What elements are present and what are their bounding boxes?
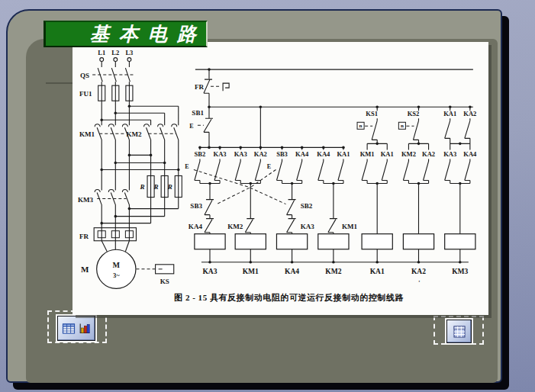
thermal-contact-glyph xyxy=(223,83,229,91)
coil-label-ka2: KA2 xyxy=(411,268,426,275)
label-l3: L3 xyxy=(125,49,133,56)
pushbutton-symbol-sb2: E xyxy=(185,163,189,170)
label-sb2-nc: SB2 xyxy=(301,202,313,210)
coil-label-km3: KM3 xyxy=(452,268,468,275)
coil-label-km1: KM1 xyxy=(243,268,259,275)
label-row-ka2: KA2 xyxy=(254,150,267,158)
label-km2: KM2 xyxy=(126,130,142,138)
label-row-km2: KM2 xyxy=(401,150,416,158)
coil-label-km2: KM2 xyxy=(325,268,341,275)
figure-caption: 图 2 - 15 具有反接制动电阻的可逆运行反接制动的控制线路 xyxy=(174,293,404,303)
label-km1-nc: KM1 xyxy=(342,223,358,230)
coil-label-ka1: KA1 xyxy=(370,268,385,275)
label-km2-nc: KM2 xyxy=(227,223,243,230)
label-ka1-top: KA1 xyxy=(443,110,456,117)
bar-chart-icon xyxy=(78,322,92,336)
label-row-ka2b: KA2 xyxy=(422,150,435,158)
circuit-diagram: L1 L2 L3 QS FU1 KM1 KM2 KM3 R R R FR M M… xyxy=(73,42,488,315)
label-r2: R xyxy=(153,183,159,191)
control-wires xyxy=(195,69,473,262)
label-row-ka4a: KA4 xyxy=(295,150,309,158)
power-linkage-dashes xyxy=(92,75,176,269)
label-sb1: SB1 xyxy=(192,109,204,117)
label-motor-m: M xyxy=(113,261,121,269)
coil-label-ka4: KA4 xyxy=(285,268,299,275)
label-l2: L2 xyxy=(111,49,119,56)
label-row-ka1a: KA1 xyxy=(337,150,350,158)
label-fu1: FU1 xyxy=(79,90,92,98)
label-row-km1: KM1 xyxy=(360,150,375,158)
page-title: 基本电路 xyxy=(46,22,206,46)
label-row-sb3: SB3 xyxy=(276,150,288,158)
speed-symbol-ks1: n xyxy=(359,123,363,129)
label-fr-contact: FR xyxy=(195,83,205,91)
label-ks2: KS2 xyxy=(408,110,420,117)
label-l1: L1 xyxy=(98,49,105,56)
insert-table-chart-button[interactable] xyxy=(57,316,95,341)
label-fr-power: FR xyxy=(79,233,89,240)
power-circuit: L1 L2 L3 QS FU1 KM1 KM2 KM3 R R R FR M M… xyxy=(78,49,182,288)
speed-symbol-ks2: n xyxy=(401,123,404,129)
label-r1: R xyxy=(139,183,144,191)
label-sb3-nc: SB3 xyxy=(190,202,202,210)
title-banner: 基本电路 xyxy=(44,21,208,47)
label-ks1: KS1 xyxy=(366,110,378,117)
table-icon xyxy=(62,322,76,336)
label-row-sb2: SB2 xyxy=(195,150,206,158)
diagram-panel: L1 L2 L3 QS FU1 KM1 KM2 KM3 R R R FR M M… xyxy=(73,42,488,315)
stray-mark: , xyxy=(419,277,421,283)
label-motor-3ph: 3~ xyxy=(113,272,120,279)
speed-relay-box xyxy=(156,265,174,274)
label-row-ka4c: KA4 xyxy=(463,150,477,158)
insert-table-button[interactable] xyxy=(446,320,472,343)
page-background: 基本电路 xyxy=(0,0,535,392)
power-wires xyxy=(97,62,179,252)
label-row-ka3c: KA3 xyxy=(443,150,456,158)
speed-symbol-boxes xyxy=(357,122,405,129)
label-km1: KM1 xyxy=(79,130,95,138)
label-ka3-nc: KA3 xyxy=(301,223,315,230)
label-ks: KS xyxy=(160,278,169,285)
pushbutton-symbol-sb1: E xyxy=(189,123,193,130)
label-km3: KM3 xyxy=(78,196,94,204)
coil-label-ka3: KA3 xyxy=(202,268,217,275)
control-circuit: FR SB1 E E E SB2 KA3 KA3 KA2 SB3 KA4 KA4… xyxy=(185,68,477,283)
phase-terminals xyxy=(100,58,131,62)
label-r3: R xyxy=(167,183,172,191)
label-ka4-nc: KA4 xyxy=(189,223,203,230)
label-ka2-top: KA2 xyxy=(463,110,476,117)
label-qs: QS xyxy=(80,72,89,79)
label-row-ka1b: KA1 xyxy=(381,150,394,158)
table-icon xyxy=(453,325,466,339)
label-row-ka3a: KA3 xyxy=(214,150,227,158)
coil-symbols xyxy=(195,234,475,249)
pushbutton-symbol-sb3: E xyxy=(267,163,271,170)
control-linkage-dashes xyxy=(194,86,414,204)
title-underline xyxy=(46,82,73,84)
power-junction-dots xyxy=(100,104,179,224)
label-row-ka3b: KA3 xyxy=(234,150,247,158)
label-row-ka4b: KA4 xyxy=(317,150,330,158)
label-motor: M xyxy=(81,265,89,274)
